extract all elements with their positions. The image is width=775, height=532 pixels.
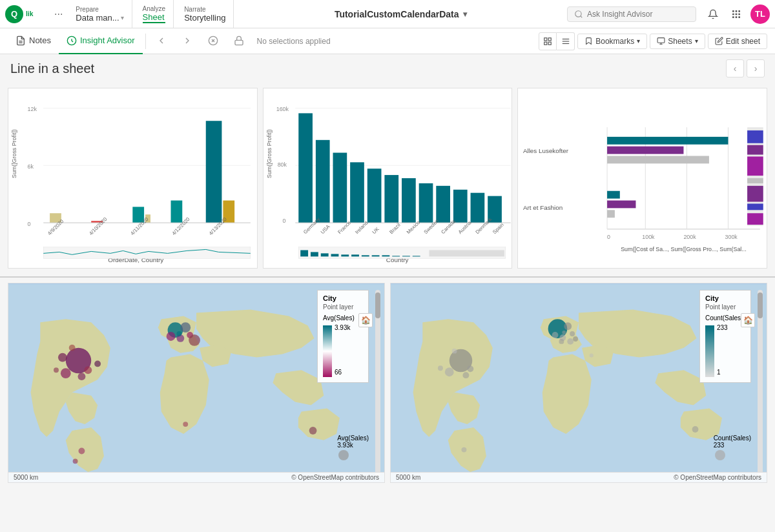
app-title-chevron: ▾ bbox=[463, 10, 467, 19]
svg-rect-117 bbox=[747, 130, 763, 143]
svg-point-153 bbox=[562, 331, 566, 334]
svg-point-142 bbox=[183, 422, 188, 427]
svg-text:lik: lik bbox=[26, 10, 34, 17]
sheets-label: Sheets bbox=[668, 37, 692, 46]
svg-rect-88 bbox=[331, 254, 338, 256]
svg-text:4/10/2020: 4/10/2020 bbox=[88, 216, 108, 237]
svg-rect-89 bbox=[341, 254, 349, 256]
svg-rect-58 bbox=[298, 113, 313, 223]
svg-text:0: 0 bbox=[607, 234, 610, 240]
prev-page-button[interactable]: ‹ bbox=[726, 59, 744, 77]
svg-text:100k: 100k bbox=[643, 234, 656, 240]
map-1-legend-bottom-value: 3.93k bbox=[337, 442, 369, 449]
svg-rect-90 bbox=[351, 254, 359, 256]
svg-text:Art et Fashion: Art et Fashion bbox=[523, 204, 563, 211]
svg-rect-7 bbox=[736, 13, 738, 15]
svg-point-145 bbox=[338, 450, 349, 460]
legend-1-title: City bbox=[323, 294, 363, 302]
grid-apps-icon[interactable] bbox=[727, 5, 745, 23]
forward-icon bbox=[182, 36, 192, 46]
svg-rect-3 bbox=[732, 10, 734, 12]
nav-analyze[interactable]: Analyze Sheet bbox=[135, 0, 174, 28]
svg-rect-63 bbox=[384, 175, 398, 223]
svg-rect-61 bbox=[350, 162, 364, 223]
map-1-legend-bottom-metric: Avg(Sales) bbox=[337, 435, 369, 442]
bar-chart-categories: Alles Lusekofter Art et Fashion 0 100k 2… bbox=[518, 88, 767, 268]
grid-view-btn[interactable] bbox=[539, 32, 557, 50]
list-view-btn[interactable] bbox=[557, 32, 575, 50]
map-2-legend-bottom: Count(Sales) 233 bbox=[714, 435, 751, 463]
qlik-logo[interactable]: Q lik bbox=[5, 5, 46, 23]
notes-icon bbox=[16, 36, 26, 46]
chart-card-3[interactable]: Alles Lusekofter Art et Fashion 0 100k 2… bbox=[517, 88, 767, 269]
qlik-logo-circle: Q bbox=[5, 5, 23, 23]
svg-point-163 bbox=[692, 426, 699, 433]
svg-point-135 bbox=[94, 360, 101, 367]
svg-rect-91 bbox=[362, 255, 369, 256]
maps-grid: City Point layer Avg(Sales) 3.93k bbox=[0, 278, 775, 488]
svg-point-134 bbox=[84, 366, 92, 374]
legend-2-max: 233 bbox=[717, 324, 728, 331]
map-1-legend-icon bbox=[337, 449, 350, 462]
chart-card-1[interactable]: Sum([Gross Profit]) 12k 6k 0 bbox=[8, 88, 258, 269]
logo-q: Q bbox=[11, 9, 17, 19]
map-2-scrollbar[interactable] bbox=[758, 290, 763, 476]
map-2-home-button[interactable]: 🏠 bbox=[741, 313, 755, 327]
sheets-icon bbox=[657, 37, 665, 45]
svg-point-158 bbox=[467, 365, 473, 372]
map-card-2[interactable]: City Point layer Count(Sales) 233 1 bbox=[390, 283, 767, 483]
sheets-button[interactable]: Sheets ▾ bbox=[650, 34, 705, 49]
nav-prepare[interactable]: Prepare Data man... ▾ bbox=[68, 0, 132, 28]
svg-rect-26 bbox=[657, 38, 665, 43]
insight-advisor-button[interactable]: Insight Advisor bbox=[59, 28, 143, 54]
legend-2-gradient bbox=[705, 325, 714, 377]
search-input[interactable] bbox=[587, 10, 677, 19]
nav-narrate[interactable]: Narrate Storytelling bbox=[176, 0, 234, 28]
notifications-icon[interactable] bbox=[704, 5, 722, 23]
clear-selections-btn[interactable] bbox=[200, 28, 226, 54]
app-title[interactable]: TutorialCustomCalendarData ▾ bbox=[236, 9, 564, 19]
prepare-dropdown: Data man... ▾ bbox=[76, 13, 123, 23]
svg-rect-18 bbox=[235, 40, 243, 45]
legend-1-min: 66 bbox=[335, 369, 350, 376]
page-title: Line in a sheet bbox=[10, 61, 94, 76]
chart-card-2[interactable]: Sum([Gross Profit]) 160k 80k 0 bbox=[263, 88, 513, 269]
map-2-legend-bottom-metric: Count(Sales) bbox=[714, 435, 751, 442]
map-1-scale: 5000 km bbox=[14, 474, 38, 481]
svg-rect-109 bbox=[607, 137, 728, 145]
right-toolbar: Bookmarks ▾ Sheets ▾ Edit sheet bbox=[539, 32, 767, 50]
map-1-home-button[interactable]: 🏠 bbox=[358, 313, 373, 327]
more-options-icon[interactable]: ··· bbox=[54, 8, 63, 20]
map-1-scrollbar-thumb bbox=[375, 292, 380, 318]
bookmarks-button[interactable]: Bookmarks ▾ bbox=[577, 34, 647, 49]
map-2-legend: City Point layer Count(Sales) 233 1 bbox=[699, 290, 751, 383]
svg-rect-119 bbox=[747, 156, 763, 176]
lock-selections-btn[interactable] bbox=[226, 28, 252, 54]
edit-sheet-button[interactable]: Edit sheet bbox=[708, 34, 767, 49]
svg-point-141 bbox=[73, 458, 78, 464]
search-bar[interactable] bbox=[567, 6, 696, 22]
legend-2-title: City bbox=[705, 294, 745, 302]
narrate-sub: Storytelling bbox=[184, 13, 225, 23]
user-avatar[interactable]: TL bbox=[750, 5, 770, 24]
svg-rect-92 bbox=[371, 255, 379, 256]
notes-button[interactable]: Notes bbox=[8, 28, 59, 54]
selections-back-btn[interactable] bbox=[149, 28, 174, 54]
next-page-button[interactable]: › bbox=[747, 59, 765, 77]
edit-sheet-label: Edit sheet bbox=[726, 37, 760, 46]
svg-rect-85 bbox=[300, 250, 308, 256]
prepare-label: Prepare bbox=[76, 6, 123, 13]
svg-point-166 bbox=[715, 450, 725, 460]
legend-1-gradient bbox=[323, 325, 332, 377]
svg-point-126 bbox=[180, 322, 191, 332]
svg-point-152 bbox=[573, 336, 578, 342]
map-card-1[interactable]: City Point layer Avg(Sales) 3.93k bbox=[8, 283, 385, 483]
svg-text:Brazil: Brazil bbox=[388, 222, 401, 235]
svg-point-143 bbox=[309, 427, 317, 435]
svg-rect-20 bbox=[548, 37, 551, 40]
map-1-scrollbar[interactable] bbox=[375, 290, 380, 476]
toolbar: Notes Insight Advisor No selections appl… bbox=[0, 28, 775, 54]
svg-rect-95 bbox=[402, 256, 410, 256]
svg-rect-97 bbox=[429, 250, 504, 256]
selections-fwd-btn[interactable] bbox=[174, 28, 200, 54]
